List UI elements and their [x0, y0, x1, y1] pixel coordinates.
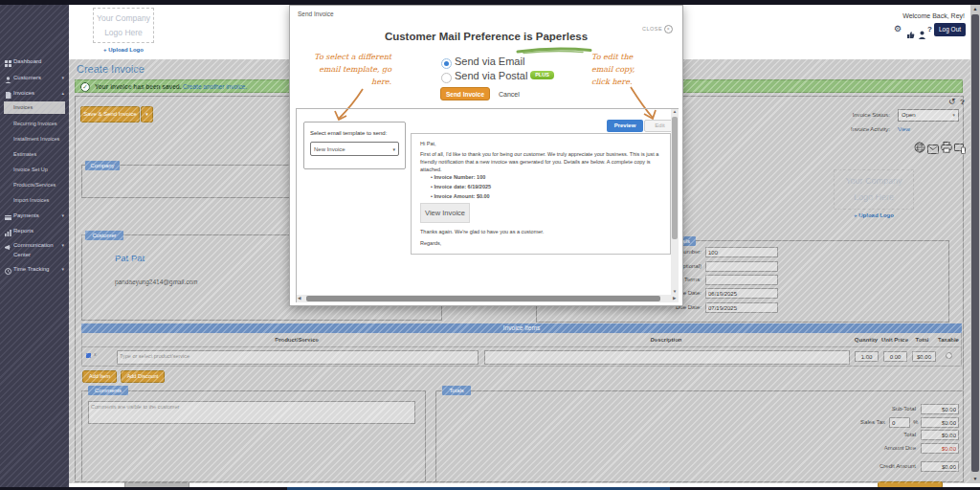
due-date-field[interactable]	[705, 302, 778, 313]
invoice-items-header: Invoice Items	[81, 323, 962, 333]
sidebar-subitem-invoice-set-up[interactable]: Invoice Set Up	[13, 164, 69, 176]
invoice-upload-logo-link[interactable]: + Upload Logo	[834, 212, 914, 218]
banner-message: Your invoice has been saved.	[95, 83, 182, 90]
email-body: First of all, I'd like to thank you for …	[420, 150, 661, 173]
email-bullet-3: • Invoice Amount: $0.00	[431, 193, 490, 199]
email-bullet-1: • Invoice Number: 100	[431, 174, 485, 180]
logout-button[interactable]: Log Out	[934, 23, 966, 36]
annotation-right: To edit the email copy, click here.	[591, 51, 655, 88]
modal-send-invoice-button[interactable]: Send Invoice	[440, 87, 490, 100]
template-panel: Select email template to send: New Invoi…	[303, 122, 406, 169]
percent-sign: %	[913, 419, 918, 425]
welcome-text: Welcome Back, Rey!	[821, 12, 965, 19]
taxable-checkbox[interactable]	[946, 352, 952, 359]
invoice-activity-link[interactable]: View	[898, 126, 910, 132]
subtotal-label: Sub-Total	[839, 406, 916, 412]
row-select-checkbox[interactable]	[86, 353, 91, 358]
globe-icon[interactable]	[914, 140, 925, 157]
comments-input[interactable]	[88, 401, 415, 424]
sidebar-subitem-estimates[interactable]: Estimates	[13, 148, 69, 161]
invoice-status-select[interactable]: Open▾	[898, 109, 959, 122]
company-section-badge: Company	[85, 161, 120, 170]
company-logo-placeholder[interactable]: Your Company Logo Here	[93, 8, 154, 43]
sidebar-subitem-import-invoices[interactable]: Import Invoices	[13, 194, 69, 207]
invoice-number-field[interactable]	[705, 247, 778, 257]
chevron-up-icon: ▴	[61, 86, 64, 100]
scroll-down-arrow[interactable]: ▼	[970, 476, 980, 481]
sidebar-subitem-recurring-invoices[interactable]: Recurring Invoices	[13, 118, 69, 130]
modal-vscroll-thumb[interactable]	[672, 117, 678, 239]
add-discount-button[interactable]: Add Discount	[121, 370, 165, 383]
sidebar-item-reports[interactable]: Reports	[0, 224, 69, 237]
radio-send-postal[interactable]	[441, 73, 452, 83]
chevron-down-icon: ▾	[61, 238, 64, 252]
modal-hscroll-thumb[interactable]	[306, 296, 660, 301]
history-icon[interactable]: ↺	[948, 97, 956, 106]
help-icon[interactable]: ?	[927, 25, 932, 33]
modal-cancel-link[interactable]: Cancel	[499, 91, 520, 98]
description-input[interactable]	[484, 350, 850, 365]
scroll-up-arrow[interactable]: ▲	[671, 109, 679, 115]
sidebar-item-customers[interactable]: Customers ▾	[0, 71, 69, 84]
sidebar-item-communication-center[interactable]: Communication Center ▾	[0, 238, 69, 259]
unit-price-input[interactable]	[883, 351, 907, 362]
comments-section-badge: Comments	[88, 386, 128, 395]
po-number-field[interactable]	[705, 261, 778, 272]
col-product-service: Product/Service	[113, 337, 480, 343]
scroll-left-arrow[interactable]: ◀	[298, 296, 301, 301]
line-total-field	[912, 351, 936, 362]
preview-tab-button[interactable]: Preview	[607, 120, 643, 132]
page-title: Create Invoice	[77, 63, 145, 75]
customer-name-link[interactable]: Pat Pat	[115, 253, 145, 263]
chevron-down-icon: ▾	[392, 143, 395, 157]
radio-selected-dot	[444, 61, 450, 67]
option-email-label[interactable]: Send via Email	[455, 56, 524, 67]
col-taxable: Taxable	[935, 337, 962, 343]
thumbs-up-icon[interactable]	[906, 26, 915, 43]
view-invoice-button[interactable]: View Invoice	[420, 203, 470, 223]
modal-heading: Customer Mail Preference is Paperless	[290, 31, 682, 42]
megaphone-icon	[5, 242, 11, 256]
page-scrollbar-thumb[interactable]	[971, 14, 979, 472]
devices-icon[interactable]	[954, 141, 966, 158]
sidebar-item-time-tracking[interactable]: Time Tracking ▾	[0, 262, 69, 276]
upload-logo-link[interactable]: + Upload Logo	[93, 47, 154, 53]
sidebar-subitem-invoices[interactable]: Invoices	[4, 101, 65, 114]
invoice-date-field[interactable]	[705, 288, 778, 299]
product-service-input[interactable]	[117, 350, 479, 365]
email-greeting: Hi Pat,	[420, 141, 436, 146]
row-remove-link[interactable]: x	[94, 351, 97, 357]
form-help-icon[interactable]: ?	[960, 98, 965, 106]
email-icon[interactable]	[927, 141, 939, 158]
salestax-label: Sales Tax	[811, 419, 885, 425]
email-preview-panel: Hi Pat, First of all, I'd like to thank …	[411, 133, 671, 255]
totals-section-badge: Totals	[442, 386, 471, 395]
quantity-input[interactable]	[855, 351, 879, 362]
template-select[interactable]: New Invoice ▾	[310, 142, 399, 156]
terms-field[interactable]	[705, 275, 778, 285]
sidebar-subitem-installment-invoices[interactable]: Installment Invoices	[13, 133, 69, 145]
sidebar-subitem-products-services[interactable]: Products/Services	[13, 179, 69, 191]
email-regards: Regards,	[420, 240, 441, 246]
salestax-rate-input[interactable]	[889, 417, 910, 428]
invoice-logo-placeholder[interactable]: Your Company Logo Here	[834, 169, 914, 210]
chevron-down-icon: ▾	[61, 209, 64, 222]
save-send-invoice-button[interactable]: Save & Send Invoice	[80, 106, 140, 122]
col-quantity: Quantity	[852, 337, 880, 343]
sidebar-item-payments[interactable]: Payments ▾	[0, 209, 69, 222]
sidebar-item-dashboard[interactable]: Dashboard	[0, 55, 69, 68]
option-postal-label[interactable]: Send via Postal	[455, 70, 527, 81]
gear-icon[interactable]: ⚙	[894, 24, 902, 33]
banner-link[interactable]: Create another invoice.	[183, 83, 247, 90]
sidebar-item-invoices[interactable]: Invoices ▴	[0, 86, 69, 100]
amount-due-label: Amount Due	[839, 445, 916, 451]
scroll-right-arrow[interactable]: ▶	[673, 296, 676, 301]
subtotal-value	[921, 404, 959, 414]
scroll-up-arrow[interactable]: ▲	[970, 6, 980, 11]
add-item-button[interactable]: Add Item	[82, 370, 117, 383]
logo-line1: Your Company	[835, 173, 913, 189]
save-send-caret-button[interactable]: ▾	[141, 106, 153, 122]
printer-icon[interactable]	[941, 140, 952, 157]
user-icon[interactable]	[918, 26, 926, 43]
radio-send-email[interactable]	[441, 58, 452, 69]
